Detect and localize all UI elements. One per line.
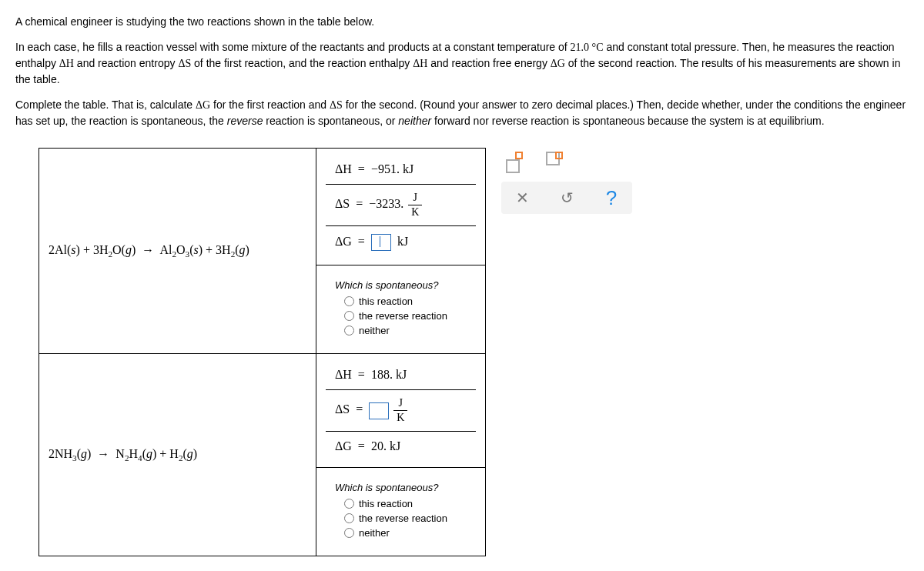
help-icon: ?	[606, 186, 617, 210]
subscript-button[interactable]	[541, 149, 567, 175]
r2-question: Which is spontaneous?	[335, 482, 467, 493]
superscript-button[interactable]	[501, 149, 527, 175]
r2-deltaS-input[interactable]	[369, 402, 389, 419]
r1-deltaS: ΔS = −3233. J K	[326, 184, 476, 225]
clear-button[interactable]: ✕	[509, 185, 535, 211]
r2-deltaG: ΔG = 20. kJ	[326, 431, 476, 461]
r2-option-reverse[interactable]	[344, 513, 354, 523]
r1-option-reverse[interactable]	[344, 311, 354, 321]
r1-deltaG: ΔG = kJ	[326, 225, 476, 259]
reset-button[interactable]: ↺	[554, 185, 580, 211]
r1-option-this[interactable]	[344, 296, 354, 306]
r1-option-neither[interactable]	[344, 326, 354, 336]
help-button[interactable]: ?	[598, 185, 624, 211]
para-3: Complete the table. That is, calculate Δ…	[15, 97, 909, 129]
reaction-1-equation: 2Al(s) + 3H2O(g) → Al2O3(s) + 3H2(g)	[39, 149, 316, 354]
reset-icon: ↺	[561, 189, 574, 207]
r1-deltaG-input[interactable]	[371, 234, 391, 251]
reaction-2-equation: 2NH3(g) → N2H4(g) + H2(g)	[39, 354, 316, 556]
para-2: In each case, he fills a reaction vessel…	[15, 39, 909, 88]
r2-deltaS: ΔS = J K	[326, 389, 476, 431]
r2-option-neither[interactable]	[344, 528, 354, 538]
r2-deltaH: ΔH = 188. kJ	[326, 360, 476, 389]
close-icon: ✕	[516, 189, 529, 207]
toolbox: ✕ ↺ ?	[501, 149, 632, 214]
problem-statement: A chemical engineer is studying the two …	[15, 14, 909, 129]
para-1: A chemical engineer is studying the two …	[15, 14, 909, 30]
reactions-table: 2Al(s) + 3H2O(g) → Al2O3(s) + 3H2(g) ΔH …	[38, 148, 486, 556]
r1-deltaH: ΔH = −951. kJ	[326, 155, 476, 184]
r1-question: Which is spontaneous?	[335, 279, 467, 291]
r2-option-this[interactable]	[344, 499, 354, 509]
